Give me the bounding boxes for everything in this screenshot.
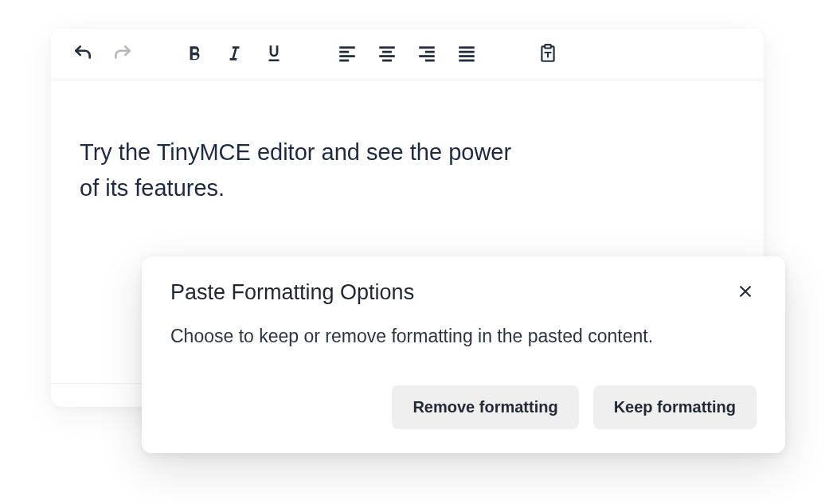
svg-rect-2: [339, 55, 355, 57]
align-right-icon: [416, 43, 437, 66]
underline-icon: [264, 43, 284, 66]
redo-button[interactable]: [110, 41, 135, 67]
clipboard-text-icon: [538, 43, 558, 66]
svg-rect-15: [459, 59, 475, 61]
svg-rect-5: [382, 50, 392, 53]
svg-rect-8: [419, 46, 435, 49]
svg-rect-14: [459, 55, 475, 57]
paste-options-dialog: Paste Formatting Options Choose to keep …: [142, 256, 785, 453]
svg-rect-7: [382, 59, 392, 61]
dialog-actions: Remove formatting Keep formatting: [170, 385, 757, 429]
dialog-title: Paste Formatting Options: [170, 280, 414, 305]
svg-rect-9: [425, 50, 435, 53]
keep-formatting-button[interactable]: Keep formatting: [593, 385, 757, 429]
italic-button[interactable]: [221, 41, 247, 67]
align-left-icon: [337, 43, 358, 66]
svg-rect-0: [339, 46, 355, 49]
toolbar-group-history: [70, 41, 135, 67]
redo-icon: [112, 43, 133, 66]
align-justify-button[interactable]: [454, 41, 479, 67]
underline-button[interactable]: [261, 41, 287, 67]
align-right-button[interactable]: [414, 41, 440, 67]
svg-rect-11: [425, 59, 435, 61]
bold-button[interactable]: [182, 41, 207, 67]
svg-rect-13: [459, 50, 475, 53]
svg-rect-4: [379, 46, 395, 49]
align-center-button[interactable]: [374, 41, 400, 67]
toolbar-group-align: [334, 41, 479, 67]
dialog-body: Choose to keep or remove formatting in t…: [170, 326, 757, 347]
paste-as-text-button[interactable]: [535, 41, 561, 67]
close-button[interactable]: [734, 282, 757, 304]
dialog-header: Paste Formatting Options: [170, 280, 757, 305]
svg-rect-1: [339, 50, 349, 53]
svg-rect-3: [339, 59, 349, 61]
close-icon: [737, 283, 753, 302]
align-justify-icon: [456, 43, 477, 66]
editor-text: Try the TinyMCE editor and see the power…: [80, 135, 526, 206]
remove-formatting-button[interactable]: Remove formatting: [392, 385, 578, 429]
toolbar-group-text-style: [182, 41, 287, 67]
toolbar: [51, 29, 764, 80]
svg-rect-12: [459, 46, 475, 49]
align-left-button[interactable]: [334, 41, 360, 67]
undo-icon: [72, 43, 93, 66]
svg-rect-10: [419, 55, 435, 57]
undo-button[interactable]: [70, 41, 96, 67]
toolbar-group-paste: [535, 41, 561, 67]
align-center-icon: [377, 43, 397, 66]
italic-icon: [224, 43, 244, 66]
bold-icon: [184, 43, 205, 66]
svg-rect-17: [545, 45, 551, 48]
svg-rect-6: [379, 55, 395, 57]
